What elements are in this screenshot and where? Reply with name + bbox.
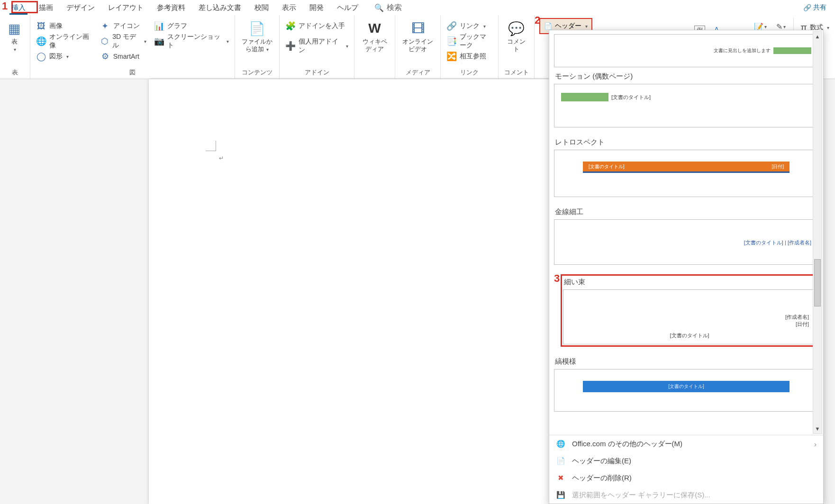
gallery-item-preview-motion-even[interactable]: [文書のタイトル] — [554, 84, 818, 127]
callout-3-highlight: 細い束 [作成者名] [日付] [文書のタイトル] — [561, 274, 818, 347]
smartart-button[interactable]: ⚙SmartArt — [97, 49, 150, 63]
group-wikipedia-label — [357, 69, 392, 78]
tab-layout[interactable]: レイアウト — [101, 1, 150, 14]
edit-header-label: ヘッダーの編集(E) — [572, 457, 631, 466]
chevron-down-icon: ▾ — [783, 24, 786, 29]
store-icon: 🧩 — [285, 21, 296, 31]
my-addins-label: 個人用アドイン — [299, 37, 342, 54]
gallery-scrollbar[interactable]: ▲ ▼ — [813, 31, 822, 434]
gallery-item-title: 細い束 — [563, 277, 816, 289]
link-button[interactable]: 🔗リンク▾ — [444, 19, 495, 33]
wikipedia-button[interactable]: W ウィキペディア — [357, 19, 392, 54]
preview-date-token: [日付] — [570, 321, 809, 328]
icons-button[interactable]: ✦アイコン — [97, 19, 150, 33]
preview-title-token: [文書のタイトル] — [670, 333, 709, 338]
globe-icon: 🌐 — [556, 439, 565, 449]
online-video-button[interactable]: 🎞 オンラインビデオ — [398, 19, 437, 54]
chevron-down-icon: ▾ — [66, 54, 69, 59]
group-links: 🔗リンク▾ 📑ブックマーク 🔀相互参照 リンク — [441, 15, 499, 79]
chevron-down-icon: ▾ — [585, 24, 588, 29]
preview-title-token: [文書のタイトル] — [589, 163, 625, 170]
tab-review[interactable]: 校閲 — [248, 1, 275, 14]
paragraph-mark: ↵ — [219, 155, 224, 162]
scroll-up-button[interactable]: ▲ — [813, 32, 822, 41]
search-label: 検索 — [387, 3, 402, 13]
shapes-button[interactable]: ◯図形▾ — [33, 49, 95, 63]
edit-header-button[interactable]: 📄 ヘッダーの編集(E) — [549, 452, 823, 469]
chevron-down-icon: ▾ — [764, 24, 767, 29]
get-addins-label: アドインを入手 — [299, 22, 345, 30]
page-header-icon: 📄 — [544, 22, 552, 30]
add-from-file-button[interactable]: 📄 ファイルから追加 ▾ — [238, 19, 276, 54]
group-links-label: リンク — [444, 67, 495, 78]
tab-view[interactable]: 表示 — [275, 1, 303, 14]
group-content-label: コンテンツ — [238, 67, 276, 78]
group-wikipedia: W ウィキペディア — [354, 15, 395, 79]
my-addins-icon: ➕ — [285, 41, 296, 51]
more-headers-label: Office.com のその他のヘッダー(M) — [572, 440, 682, 449]
callout-1: 1 — [2, 0, 8, 12]
get-addins-button[interactable]: 🧩アドインを入手 — [282, 19, 351, 33]
wikipedia-label: ウィキペディア — [360, 38, 389, 53]
gallery-item-preview-thin-bundle[interactable]: [作成者名] [日付] [文書のタイトル] — [563, 289, 816, 344]
chart-icon: 📊 — [154, 21, 164, 31]
save-to-gallery-button: 💾 選択範囲をヘッダー ギャラリーに保存(S)... — [549, 486, 823, 504]
tab-insert[interactable]: 挿入 — [5, 1, 32, 14]
pictures-button[interactable]: 🖼画像 — [33, 19, 95, 33]
scroll-down-button[interactable]: ▼ — [813, 424, 822, 433]
3d-models-button[interactable]: ⬡3D モデル▾ — [97, 34, 150, 48]
preview-title-token: [文書のタイトル] — [668, 383, 704, 390]
cross-ref-label: 相互参照 — [460, 52, 486, 61]
remove-header-label: ヘッダーの削除(R) — [572, 474, 632, 483]
scroll-thumb[interactable] — [814, 259, 821, 306]
tables-button[interactable]: ▦ 表▾ — [3, 19, 26, 54]
tab-references[interactable]: 参考資料 — [150, 1, 192, 14]
share-button[interactable]: 🔗 共有 — [799, 1, 830, 14]
group-media: 🎞 オンラインビデオ メディア — [395, 15, 441, 79]
tab-mailings[interactable]: 差し込み文書 — [192, 1, 248, 14]
remove-header-icon: ✖ — [556, 473, 565, 483]
bookmark-button[interactable]: 📑ブックマーク — [444, 34, 495, 48]
save-gallery-icon: 💾 — [556, 490, 565, 500]
online-pictures-button[interactable]: 🌐オンライン画像 — [33, 34, 95, 48]
tab-design[interactable]: デザイン — [60, 1, 101, 14]
remove-header-button[interactable]: ✖ ヘッダーの削除(R) — [549, 469, 823, 486]
group-content: 📄 ファイルから追加 ▾ コンテンツ — [235, 15, 280, 79]
comment-button[interactable]: 💬 コメント — [501, 19, 531, 54]
chart-label: グラフ — [167, 22, 187, 30]
document-page[interactable]: ↵ — [149, 79, 575, 504]
group-tables: ▦ 表▾ 表 — [0, 15, 30, 79]
screenshot-button[interactable]: 📷スクリーンショット▾ — [151, 34, 232, 48]
group-addins: 🧩アドインを入手 ➕個人用アドイン▾ アドイン — [280, 15, 354, 79]
table-icon: ▦ — [6, 20, 23, 37]
gallery-item-preview-filigree[interactable]: [文書のタイトル] | [作成者名] — [554, 219, 818, 265]
screenshot-label: スクリーンショット — [167, 33, 223, 50]
gallery-item-title: モーション (偶数ページ) — [554, 69, 818, 84]
search-box[interactable]: 🔍 検索 — [374, 3, 402, 13]
tab-help[interactable]: ヘルプ — [330, 1, 365, 14]
gallery-item-preview-partial[interactable]: 文書に見出しを追加します — [554, 34, 818, 67]
chevron-down-icon: ▾ — [227, 39, 229, 44]
chart-button[interactable]: 📊グラフ — [151, 19, 232, 33]
icons-label: アイコン — [113, 22, 140, 30]
cross-ref-button[interactable]: 🔀相互参照 — [444, 49, 495, 63]
pictures-label: 画像 — [49, 22, 63, 30]
gallery-item-preview-stripes[interactable]: [文書のタイトル] — [554, 369, 818, 412]
my-addins-button[interactable]: ➕個人用アドイン▾ — [282, 39, 351, 53]
cross-ref-icon: 🔀 — [446, 51, 457, 62]
header-dropdown-label: ヘッダー — [555, 22, 581, 30]
gallery-item-stripes: 縞模様 [文書のタイトル] — [554, 354, 818, 412]
online-video-label: オンラインビデオ — [401, 38, 435, 53]
group-addins-label: アドイン — [282, 67, 351, 78]
shapes-icon: ◯ — [36, 51, 46, 62]
gallery-scroll-area: 文書に見出しを追加します モーション (偶数ページ) [文書のタイトル] レトロ… — [549, 30, 823, 435]
tab-developer[interactable]: 開発 — [303, 1, 330, 14]
more-headers-office-button[interactable]: 🌐 Office.com のその他のヘッダー(M) › — [549, 435, 823, 452]
green-accent-bar — [561, 93, 608, 101]
online-picture-icon: 🌐 — [36, 36, 46, 46]
link-label: リンク — [460, 22, 480, 30]
gallery-item-preview-retrospect[interactable]: [文書のタイトル] [日付] — [554, 150, 818, 197]
preview-date-token: [日付] — [771, 163, 784, 170]
group-comments: 💬 コメント コメント — [499, 15, 535, 79]
tab-draw[interactable]: 描画 — [32, 1, 60, 14]
